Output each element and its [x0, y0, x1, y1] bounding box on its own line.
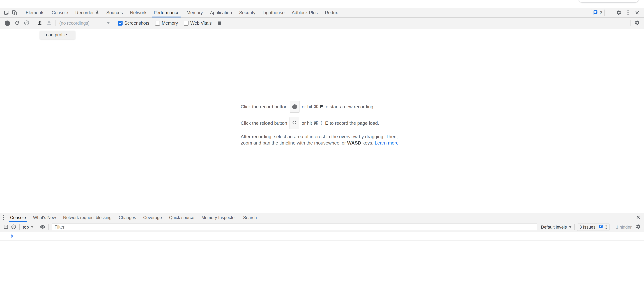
issues-count: 3 [605, 225, 607, 230]
tab-label: Console [52, 10, 68, 15]
shortcut-key: E [325, 120, 328, 126]
load-profile-tooltip: Load profile… [40, 31, 75, 39]
live-expression-button[interactable] [39, 223, 46, 231]
performance-toolbar: (no recordings) Screenshots Memory Web V… [0, 18, 644, 29]
download-icon [46, 20, 52, 27]
screenshots-checkbox-group[interactable]: Screenshots [118, 21, 152, 26]
reload-hint-suffix: or hit ⌘ ⇧ E to record the page load. [302, 120, 379, 126]
log-levels-select[interactable]: Default levels [540, 225, 572, 230]
drawer-tab-memory-inspector[interactable]: Memory Inspector [198, 213, 240, 222]
settings-button[interactable] [615, 9, 623, 17]
drawer-tab-search[interactable]: Search [240, 213, 260, 222]
drawer-tab-quick-source[interactable]: Quick source [166, 213, 198, 222]
drawer-tabbar-right [636, 215, 644, 220]
inline-reload-button[interactable] [290, 117, 299, 129]
tab-performance[interactable]: Performance [150, 8, 183, 18]
console-issues-button[interactable]: 3 Issues: 3 [577, 224, 610, 231]
tab-label: Coverage [143, 215, 162, 220]
web-vitals-checkbox[interactable] [184, 21, 188, 26]
divider [48, 224, 48, 230]
console-filter-input[interactable] [52, 224, 537, 231]
console-messages-area[interactable] [0, 241, 644, 302]
memory-checkbox-group[interactable]: Memory [155, 21, 181, 26]
clear-recordings-button[interactable] [22, 19, 31, 28]
save-profile-button[interactable] [44, 19, 54, 28]
tab-elements[interactable]: Elements [22, 8, 48, 18]
clear-console-button[interactable] [10, 223, 18, 231]
tab-label: Search [243, 215, 257, 220]
drawer-tab-coverage[interactable]: Coverage [140, 213, 166, 222]
console-settings-button[interactable] [634, 223, 642, 231]
tab-console[interactable]: Console [48, 8, 72, 18]
divider [56, 20, 56, 26]
sidebar-toggle-icon [3, 224, 8, 230]
inspect-element-button[interactable] [2, 9, 10, 17]
reload-and-record-button[interactable] [12, 19, 22, 28]
record-hint-prefix: Click the record button [241, 104, 288, 110]
upload-icon [37, 20, 42, 27]
tab-label: Lighthouse [262, 10, 284, 15]
console-prompt[interactable] [0, 232, 644, 241]
performance-panel-body: Load profile… Click the record button or… [0, 29, 644, 213]
tab-label: Adblock Plus [292, 10, 318, 15]
capture-settings-button[interactable] [632, 19, 642, 28]
tab-label: Application [210, 10, 232, 15]
record-button[interactable] [5, 21, 10, 26]
close-devtools-button[interactable] [633, 9, 641, 17]
memory-label: Memory [162, 21, 178, 26]
tab-redux[interactable]: Redux [321, 8, 342, 18]
drawer-tab-whats-new[interactable]: What's New [30, 213, 60, 222]
tab-security[interactable]: Security [236, 8, 259, 18]
device-toolbar-icon [12, 10, 17, 16]
divider [113, 20, 114, 26]
tab-lighthouse[interactable]: Lighthouse [259, 8, 288, 18]
web-vitals-label: Web Vitals [190, 21, 212, 26]
web-vitals-checkbox-group[interactable]: Web Vitals [184, 21, 215, 26]
experiment-flask-icon [95, 10, 99, 15]
record-dot-icon [292, 104, 297, 109]
reload-hint-line: Click the reload button or hit ⌘ ⇧ E to … [241, 117, 404, 129]
drawer-tab-console[interactable]: Console [6, 213, 30, 222]
divider [630, 20, 631, 26]
tab-label: Memory [186, 10, 203, 15]
tab-application[interactable]: Application [206, 8, 236, 18]
inline-record-button[interactable] [290, 101, 300, 113]
load-profile-button[interactable] [35, 19, 44, 28]
tab-label: Memory Inspector [202, 215, 236, 220]
block-icon [11, 224, 16, 230]
tab-label: Security [239, 10, 255, 15]
tab-label: Changes [119, 215, 136, 220]
tab-network[interactable]: Network [126, 8, 150, 18]
browser-strip [0, 0, 644, 8]
prompt-chevron-icon [9, 234, 14, 239]
close-icon [635, 10, 640, 15]
tab-recorder[interactable]: Recorder [72, 8, 103, 18]
issues-label: 3 Issues: [580, 225, 597, 230]
divider [33, 20, 33, 26]
tab-label: Sources [106, 10, 123, 15]
drawer-menu-button[interactable] [1, 215, 6, 220]
divider [612, 224, 612, 230]
tab-sources[interactable]: Sources [103, 8, 126, 18]
tabbar-right-controls: 3 [591, 9, 644, 17]
drawer-tab-changes[interactable]: Changes [115, 213, 140, 222]
console-sidebar-toggle-button[interactable] [2, 223, 10, 231]
memory-checkbox[interactable] [155, 21, 160, 26]
trash-icon [217, 20, 222, 26]
tab-adblock-plus[interactable]: Adblock Plus [288, 8, 322, 18]
chevron-down-icon [569, 226, 572, 228]
close-drawer-button[interactable] [636, 215, 641, 220]
chevron-down-icon [31, 226, 34, 228]
divider [20, 10, 20, 16]
more-options-button[interactable] [626, 10, 630, 15]
reload-icon [14, 20, 20, 27]
recordings-select[interactable]: (no recordings) [58, 19, 112, 27]
javascript-context-select[interactable]: top [22, 225, 35, 230]
screenshots-checkbox[interactable] [118, 21, 122, 26]
tab-memory[interactable]: Memory [183, 8, 206, 18]
issues-counter-button[interactable]: 3 [591, 9, 605, 16]
learn-more-link[interactable]: Learn more [375, 140, 398, 145]
garbage-collect-button[interactable] [215, 19, 224, 28]
device-toolbar-button[interactable] [10, 9, 18, 17]
drawer-tab-network-request-blocking[interactable]: Network request blocking [60, 213, 115, 222]
